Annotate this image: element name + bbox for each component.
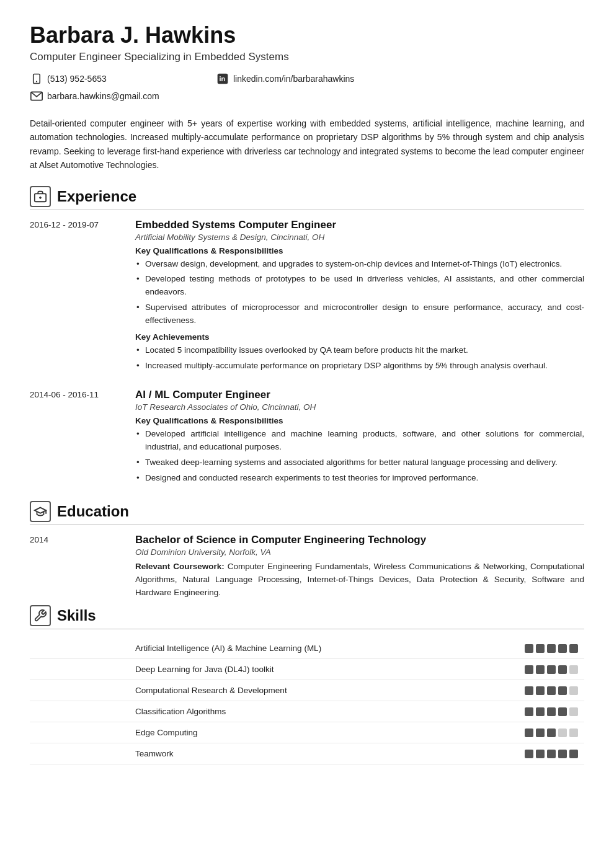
summary-text: Detail-oriented computer engineer with 5… <box>30 117 584 172</box>
linkedin-icon: in <box>216 72 229 86</box>
skill-name: Deep Learning for Java (DL4J) toolkit <box>30 665 525 674</box>
skill-dot <box>525 686 533 695</box>
edu-degree-1: Bachelor of Science in Computer Engineer… <box>135 534 584 546</box>
skill-dot <box>525 750 533 758</box>
skill-dot <box>569 707 578 716</box>
exp-content-2: AI / ML Computer Engineer IoT Research A… <box>135 389 584 490</box>
email-row: barbara.hawkins@gmail.com <box>30 89 584 105</box>
education-section: Education 2014 Bachelor of Science in Co… <box>30 501 584 600</box>
skills-title: Skills <box>57 607 96 624</box>
experience-header: Experience <box>30 186 584 207</box>
exp-dates-1: 2016-12 - 2019-07 <box>30 219 135 378</box>
skill-dot <box>558 686 567 695</box>
skill-name: Teamwork <box>30 749 525 758</box>
exp-qual-label-2: Key Qualifications & Responsibilities <box>135 416 584 425</box>
resume-name: Barbara J. Hawkins <box>30 22 584 48</box>
skill-name: Edge Computing <box>30 728 525 737</box>
skill-name: Classification Algorithms <box>30 707 525 716</box>
skill-dot <box>536 707 545 716</box>
skill-dot <box>525 707 533 716</box>
education-divider <box>30 525 584 525</box>
skill-dot <box>525 644 533 653</box>
exp-title-1: Embedded Systems Computer Engineer <box>135 219 584 231</box>
edu-year-1: 2014 <box>30 534 135 600</box>
phone-contact: (513) 952-5653 <box>30 72 216 86</box>
list-item: Tweaked deep-learning systems and associ… <box>135 456 584 469</box>
skill-dot <box>569 686 578 695</box>
skill-dots <box>525 728 584 737</box>
coursework-label: Relevant Coursework: <box>135 562 225 571</box>
skill-dot <box>558 644 567 653</box>
skill-dot <box>558 707 567 716</box>
skill-dots <box>525 665 584 674</box>
skill-dot <box>536 728 545 737</box>
email-text: barbara.hawkins@gmail.com <box>47 91 159 101</box>
list-item: Oversaw design, development, and upgrade… <box>135 258 584 271</box>
skill-dot <box>558 750 567 758</box>
skills-section: Skills Artificial Intelligence (AI) & Ma… <box>30 605 584 764</box>
exp-qual-list-2: Developed artificial intelligence and ma… <box>135 428 584 485</box>
skills-list: Artificial Intelligence (AI) & Machine L… <box>30 638 584 764</box>
skill-row: Teamwork <box>30 743 584 764</box>
exp-content-1: Embedded Systems Computer Engineer Artif… <box>135 219 584 378</box>
phone-icon <box>30 72 43 86</box>
skill-row: Artificial Intelligence (AI) & Machine L… <box>30 638 584 659</box>
skill-dot <box>547 665 556 674</box>
experience-divider <box>30 210 584 210</box>
linkedin-text: linkedin.com/in/barbarahawkins <box>233 74 354 84</box>
skill-name: Computational Research & Development <box>30 686 525 695</box>
edu-content-1: Bachelor of Science in Computer Engineer… <box>135 534 584 600</box>
skill-dots <box>525 707 584 716</box>
experience-item-1: 2016-12 - 2019-07 Embedded Systems Compu… <box>30 219 584 378</box>
exp-company-2: IoT Research Associates of Ohio, Cincinn… <box>135 402 584 412</box>
phone-text: (513) 952-5653 <box>47 74 107 84</box>
experience-section: Experience 2016-12 - 2019-07 Embedded Sy… <box>30 186 584 490</box>
edu-coursework-1: Relevant Coursework: Computer Engineerin… <box>135 560 584 600</box>
skill-dot <box>536 644 545 653</box>
skill-dot <box>569 750 578 758</box>
list-item: Located 5 incompatibility issues overloo… <box>135 344 584 357</box>
skill-name: Artificial Intelligence (AI) & Machine L… <box>30 644 525 653</box>
exp-qual-list-1: Oversaw design, development, and upgrade… <box>135 258 584 328</box>
skill-dot <box>569 665 578 674</box>
email-contact: barbara.hawkins@gmail.com <box>30 89 216 103</box>
skill-row: Computational Research & Development <box>30 680 584 701</box>
education-header: Education <box>30 501 584 522</box>
experience-title: Experience <box>57 188 136 205</box>
skill-dot <box>547 728 556 737</box>
skill-dot <box>547 686 556 695</box>
skill-dot <box>536 750 545 758</box>
list-item: Developed testing methods of prototypes … <box>135 273 584 299</box>
skill-dot <box>558 728 567 737</box>
skill-dots <box>525 686 584 695</box>
skill-dot <box>569 728 578 737</box>
skill-row: Classification Algorithms <box>30 701 584 722</box>
skill-dots <box>525 644 584 653</box>
exp-qual-label-1: Key Qualifications & Responsibilities <box>135 246 584 255</box>
linkedin-contact: in linkedin.com/in/barbarahawkins <box>216 72 402 86</box>
svg-text:in: in <box>220 75 226 82</box>
skill-dot <box>547 750 556 758</box>
skill-dot <box>547 707 556 716</box>
exp-company-1: Artificial Mobility Systems & Design, Ci… <box>135 232 584 242</box>
skill-dot <box>525 728 533 737</box>
skill-dot <box>558 665 567 674</box>
skills-icon <box>30 605 51 626</box>
skill-row: Edge Computing <box>30 722 584 743</box>
list-item: Increased multiply-accumulate performanc… <box>135 360 584 373</box>
skill-dot <box>547 644 556 653</box>
contact-section: (513) 952-5653 in linkedin.com/in/barbar… <box>30 72 584 88</box>
list-item: Designed and conducted research experime… <box>135 472 584 485</box>
experience-item-2: 2014-06 - 2016-11 AI / ML Computer Engin… <box>30 389 584 490</box>
education-item-1: 2014 Bachelor of Science in Computer Eng… <box>30 534 584 600</box>
email-icon <box>30 89 43 103</box>
skill-dot <box>525 665 533 674</box>
skill-dot <box>536 686 545 695</box>
list-item: Developed artificial intelligence and ma… <box>135 428 584 454</box>
skill-dot <box>569 644 578 653</box>
education-title: Education <box>57 503 129 520</box>
exp-ach-list-1: Located 5 incompatibility issues overloo… <box>135 344 584 373</box>
exp-title-2: AI / ML Computer Engineer <box>135 389 584 401</box>
exp-ach-label-1: Key Achievements <box>135 332 584 342</box>
experience-icon <box>30 186 51 207</box>
